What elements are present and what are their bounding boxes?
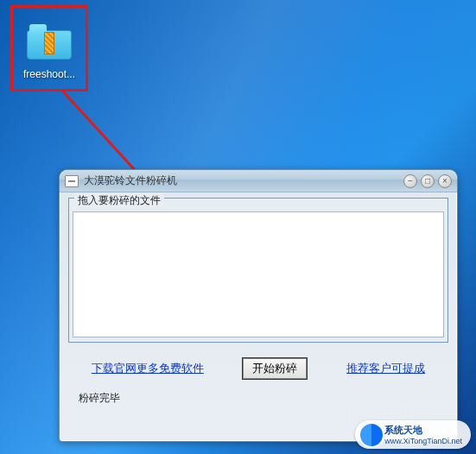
drop-zone[interactable] — [73, 211, 444, 337]
titlebar[interactable]: 大漠驼铃文件粉碎机 − □ × — [60, 170, 457, 192]
archive-folder-icon — [25, 20, 73, 63]
watermark-title: 系统天地 — [384, 424, 462, 437]
link-download-more[interactable]: 下载官网更多免费软件 — [92, 361, 204, 376]
controls-row: 下载官网更多免费软件 开始粉碎 推荐客户可提成 — [68, 343, 448, 388]
close-button[interactable]: × — [438, 174, 452, 188]
watermark-url: www.XiTongTianDi.net — [384, 437, 462, 445]
start-shred-button[interactable]: 开始粉碎 — [243, 358, 307, 379]
maximize-button[interactable]: □ — [421, 174, 435, 188]
minimize-button[interactable]: − — [403, 174, 417, 188]
app-icon — [65, 175, 79, 187]
link-recommend[interactable]: 推荐客户可提成 — [346, 361, 425, 376]
watermark-logo: 系统天地 www.XiTongTianDi.net — [355, 420, 471, 449]
desktop-icon-label: freeshoot... — [23, 68, 75, 80]
desktop-icon-freeshoot[interactable]: freeshoot... — [10, 5, 88, 91]
drop-zone-label: 拖入要粉碎的文件 — [74, 193, 164, 208]
window-title: 大漠驼铃文件粉碎机 — [84, 173, 403, 188]
drop-zone-group: 拖入要粉碎的文件 — [68, 198, 448, 343]
